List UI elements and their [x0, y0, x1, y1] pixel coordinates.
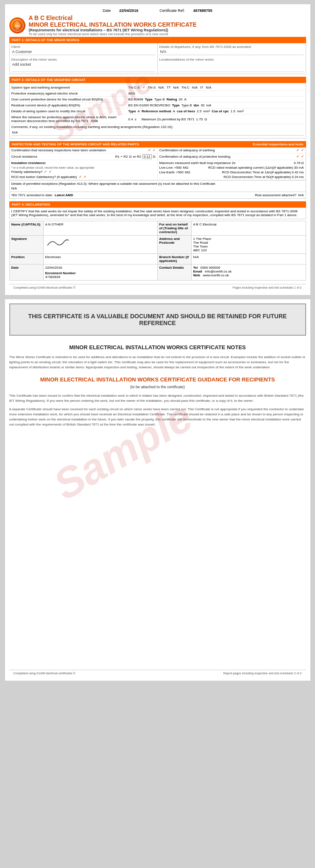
protective-value: ADS: [128, 92, 304, 95]
it-value: N/A: [206, 86, 211, 89]
rcd-unit: mA: [206, 103, 211, 107]
max-earth-unit: Ω: [301, 161, 304, 165]
page-2: Sample THIS CERTIFICATE IS A VALUABLE DO…: [5, 299, 310, 681]
wiring-type-label: Type: [128, 109, 136, 113]
live-live-unit: MΩ: [183, 166, 189, 170]
contact-values: Tel 0000 000000 Email info@icertifi.co.u…: [192, 264, 306, 280]
insulation-cell: Insulation resistance: * In a multi-phas…: [10, 160, 158, 180]
r1r2-unit: Ω: [129, 155, 131, 159]
tns-value: N/A: [158, 86, 164, 89]
tnc-label: TN-C: [181, 86, 190, 89]
tncs-check: ✓: [142, 86, 145, 89]
max-earth-row: Maximum measured earth fault loop impeda…: [159, 161, 304, 165]
web-value: www.icertifi.co.uk: [203, 273, 229, 277]
position-value: Electrician: [44, 254, 158, 264]
risk-assessment-right: Risk assessment attached? N/A: [255, 193, 304, 197]
departures-label: Details of departures, if any, from BS 7…: [159, 45, 304, 49]
it-label: IT: [200, 86, 203, 89]
rcd-row: Residual current device (if applicable) …: [11, 103, 304, 108]
rcd-idn: 30: [201, 103, 205, 107]
address-label: Address and Postcode: [158, 236, 192, 253]
rcd-disc-1-unit: ms: [299, 170, 304, 174]
company-name: A B C Electrical: [29, 14, 197, 21]
svg-text:ABC: ABC: [14, 25, 20, 27]
polarity-label: Polarity satisfactory?: [11, 170, 43, 174]
comments-area: Comments, if any, on existing installati…: [11, 124, 304, 136]
protection-values: 0.4 s Maximum Zs permitted by BS 7671 1.…: [128, 117, 304, 121]
wiring-row: Details of wiring system used to modify …: [11, 108, 304, 114]
rcd-test-row: RCD test button Satisfactory? (if applic…: [11, 175, 86, 179]
email-value: info@icertifi.co.uk: [205, 270, 231, 273]
signature-label: Signature: [10, 236, 44, 253]
system-type-label: System type and earthing arrangement: [11, 86, 128, 89]
position-label: Position: [10, 254, 44, 264]
page-1: Sample Date 22/04/2016 Certificate Ref: …: [5, 4, 310, 295]
location-label: Location/address of the minor works: [159, 58, 304, 61]
max-zs-unit: Ω: [204, 117, 207, 121]
tns-label: TN-S: [148, 86, 156, 89]
part1-header: PART 1: DETAILS OF THE MINOR WORKS: [9, 37, 306, 43]
protective-row: Protective measure(s) against electric s…: [11, 91, 304, 97]
polarity-check2: ✓: [49, 170, 52, 174]
confirm-earthing-cell: Confirmation of adequacy of earthing ✓ ✓: [158, 147, 306, 153]
wiring-label: Details of wiring system used to modify …: [11, 109, 128, 113]
confirm-inspections-cell: Confirmation that necessary inspections …: [10, 147, 158, 153]
wiring-ref-label: Reference method: [142, 109, 171, 113]
part3-title: INSPECTION AND TESTING OF THE MODIFIED C…: [12, 142, 139, 146]
max-earth-value: 0.78: [294, 161, 301, 165]
wiring-cpc: 1.5: [231, 109, 235, 113]
company-title-block: A B C Electrical MINOR ELECTRICAL INSTAL…: [29, 14, 197, 36]
risk-label: Risk assessment attached?: [255, 193, 296, 197]
confirm-earthing-check2: ✓: [301, 148, 304, 152]
bs7671-left: *BS 7671 amended to date: Latest AMD: [11, 193, 73, 197]
date-val: 22/04/2016: [45, 266, 156, 270]
tt-label: TT: [167, 86, 171, 89]
rcd-disc-1-label: RCD Disconnection Time at 1Δn(If applica…: [222, 170, 291, 174]
essential-label: Essential inspections and tests: [253, 142, 303, 146]
wiring-csa: 2.5: [197, 109, 201, 113]
rcd-label: Residual current device (if applicable) …: [11, 103, 128, 107]
overcurrent-row: Over current protective device for the m…: [11, 97, 304, 103]
enrolment-label: Enrolment Number: [45, 271, 156, 275]
wiring-ref: A: [173, 109, 175, 113]
guidance-title: MINOR ELECTRICAL INSTALLATION WORKS CERT…: [9, 376, 306, 383]
web-label: Web: [193, 273, 201, 277]
overcurrent-bs: BS 60898: [128, 97, 143, 101]
date-label-decl: Date: [10, 264, 44, 280]
confirm-bonding-check1: ✓: [296, 155, 299, 159]
part4-section: PART 4: DECLARATION I CERTIFY that the s…: [9, 201, 306, 281]
part4-header: PART 4: DECLARATION: [9, 201, 306, 208]
tel-row: Tel 0000 000000: [193, 266, 304, 270]
cert-subtitle: (Requirements for electrical installatio…: [29, 28, 197, 32]
decl-row-4: Date 22/04/2016 Enrolment Number 4738383…: [10, 264, 306, 280]
footer1-right: Pages including inspection and test sche…: [233, 286, 302, 289]
overcurrent-rating: 20: [179, 97, 183, 101]
part2-content: System type and earthing arrangement TN-…: [9, 83, 306, 139]
risk-value: N/A: [298, 193, 304, 197]
signature-value: [44, 236, 158, 253]
overcurrent-values: BS 60898 Type Type B Rating 20 A: [128, 97, 304, 101]
footer-page2: Completed using iCertifi electrical cert…: [9, 670, 306, 676]
part1-right: Details of departures, if any, from BS 7…: [158, 43, 306, 74]
part3-grid: Confirmation that necessary inspections …: [9, 147, 306, 181]
name-label: Name (CAPITALS): [10, 221, 44, 235]
client-field: Client: A Customer: [11, 45, 156, 55]
part3-section: INSPECTION AND TESTING OF THE MODIFIED C…: [9, 141, 306, 199]
footer-page1: Completed using iCertifi electrical cert…: [9, 284, 306, 291]
declaration-text: I CERTIFY that the said works do not imp…: [11, 209, 298, 217]
polarity-check1: ✓: [44, 170, 47, 174]
system-type-values: TN-C-S ✓ TN-S N/A TT N/A TN-C N/A IT N/A: [128, 86, 304, 89]
protection-unit: s: [135, 117, 137, 121]
overcurrent-rating-label: Rating: [167, 97, 177, 101]
banner-text: THIS CERTIFICATE IS A VALUABLE DOCUMENT …: [19, 313, 297, 326]
tt-value: N/A: [173, 86, 178, 89]
tel-value: 0000 000000: [201, 266, 220, 270]
footer2-left: Completed using iCertifi electrical cert…: [14, 672, 75, 675]
part2-header: PART 2: DETAILS OF THE MODIFIED CIRCUIT: [9, 77, 306, 83]
enrolment-value: 47383839: [45, 275, 156, 279]
logo-svg: ABC: [11, 19, 24, 32]
signature-svg: [45, 237, 71, 248]
bs7671-row: *BS 7671 amended to date: Latest AMD Ris…: [9, 192, 306, 199]
rcd-disc-5-unit: ms: [299, 175, 304, 179]
rcd-test-check1: ✓: [79, 175, 82, 179]
